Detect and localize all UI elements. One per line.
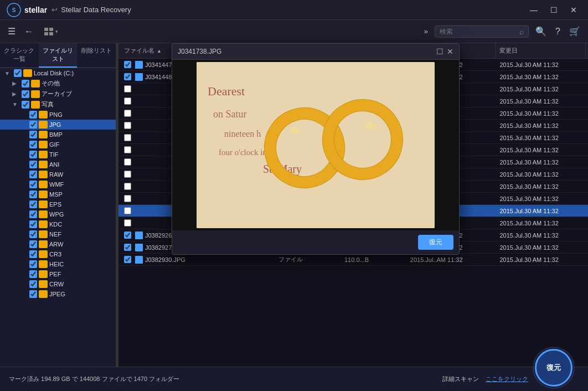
tree-checkbox-gif[interactable] <box>29 141 37 148</box>
file-cell-modified: 2015.Jul.30 AM 11:32 <box>496 183 586 190</box>
tree-checkbox-cr3[interactable] <box>29 250 37 258</box>
tree-checkbox-eps[interactable] <box>29 200 37 208</box>
tree-item-bmp[interactable]: BMP <box>0 130 116 140</box>
row-checkbox-11[interactable] <box>124 183 131 190</box>
minimize-button[interactable]: — <box>526 2 541 18</box>
tree-item-ani[interactable]: ANI <box>0 160 116 169</box>
folder-icon-photos <box>31 101 40 109</box>
tree-checkbox-local-disk[interactable] <box>14 69 22 77</box>
row-checkbox-10[interactable] <box>124 171 131 178</box>
title-bar-left: S stellar ↩ Stellar Data Recovery <box>7 3 131 17</box>
preview-rings-svg: Dearest on Satur nineteen h four o'clock… <box>197 62 435 228</box>
detail-scan-button[interactable]: 詳細スキャン <box>442 375 479 383</box>
tab-classic-view[interactable]: クラシック一覧 <box>0 43 39 68</box>
tree-checkbox-ani[interactable] <box>29 161 37 168</box>
search-input[interactable] <box>440 28 517 35</box>
tree-item-png[interactable]: PNG <box>0 110 116 120</box>
tree-item-wpg[interactable]: WPG <box>0 209 116 219</box>
row-checkbox-13[interactable] <box>124 207 131 214</box>
tree-checkbox-wpg[interactable] <box>29 210 37 218</box>
click-here-link[interactable]: ここをクリック <box>486 375 528 383</box>
view-toggle-button[interactable]: ▾ <box>40 25 63 38</box>
tab-file-list[interactable]: ファイルリスト <box>39 43 78 68</box>
tree-item-kdc[interactable]: KDC <box>0 219 116 229</box>
sidebar-tabs: クラシック一覧 ファイルリスト 削除リスト <box>0 43 116 68</box>
tree-label-gif: GIF <box>49 141 59 148</box>
tree-checkbox-heic[interactable] <box>29 260 37 268</box>
tree-item-raw[interactable]: RAW <box>0 169 116 179</box>
recover-circle-button[interactable]: 復元 <box>535 349 572 387</box>
tree-checkbox-kdc[interactable] <box>29 220 37 228</box>
tree-checkbox-msp[interactable] <box>29 191 37 198</box>
row-checkbox-16[interactable] <box>124 244 131 251</box>
tree-item-jpg[interactable]: JPG <box>0 120 116 130</box>
tree-checkbox-archive[interactable] <box>22 90 29 98</box>
table-row[interactable]: J0382930.JPGファイル110.0...B2015.Jul..AM 11… <box>118 254 588 266</box>
tree-item-nef[interactable]: NEF <box>0 229 116 239</box>
row-checkbox-1[interactable] <box>124 61 131 68</box>
row-checkbox-12[interactable] <box>124 195 131 202</box>
tree-item-tif[interactable]: TIF <box>0 150 116 160</box>
back-button[interactable]: ← <box>22 24 35 39</box>
row-checkbox-15[interactable] <box>124 231 131 239</box>
row-checkbox-6[interactable] <box>124 122 131 129</box>
tree-label-png: PNG <box>49 111 63 118</box>
tree-checkbox-sonota[interactable] <box>22 80 29 88</box>
svg-point-19 <box>365 123 376 128</box>
tree-item-eps[interactable]: EPS <box>0 199 116 209</box>
tree-label-msp: MSP <box>49 191 63 198</box>
tree-item-crw[interactable]: CRW <box>0 279 116 289</box>
tree-checkbox-png[interactable] <box>29 111 37 119</box>
tree-item-pef[interactable]: PEF <box>0 269 116 279</box>
col-header-modified[interactable]: 変更日 <box>496 43 586 58</box>
svg-rect-2 <box>44 28 48 31</box>
tree-item-msp[interactable]: MSP <box>0 189 116 199</box>
tree-checkbox-arw[interactable] <box>29 240 37 248</box>
row-checkbox-17[interactable] <box>124 256 131 263</box>
menu-button[interactable]: ☰ <box>6 24 18 39</box>
row-checkbox-7[interactable] <box>124 134 131 141</box>
tree-item-heic[interactable]: HEIC <box>0 259 116 269</box>
preview-maximize-button[interactable]: ☐ <box>436 47 443 56</box>
toolbar-more-label: » <box>424 27 428 35</box>
preview-recover-button[interactable]: 復元 <box>418 235 453 250</box>
row-checkbox-2[interactable] <box>124 73 131 80</box>
tree-checkbox-wmf[interactable] <box>29 181 37 188</box>
preview-close-button[interactable]: ✕ <box>447 47 453 56</box>
tree-item-local-disk[interactable]: ▼Local Disk (C:) <box>0 68 116 78</box>
tree-checkbox-photos[interactable] <box>22 101 29 109</box>
help-button[interactable]: ? <box>553 24 563 39</box>
tree-checkbox-raw[interactable] <box>29 171 37 178</box>
row-checkbox-3[interactable] <box>124 85 131 92</box>
cart-button[interactable]: 🛒 <box>567 24 582 39</box>
row-checkbox-14[interactable] <box>124 219 131 227</box>
tree-item-sonota[interactable]: ▶その他 <box>0 78 116 89</box>
tree-item-arw[interactable]: ARW <box>0 239 116 249</box>
tree-item-gif[interactable]: GIF <box>0 140 116 150</box>
magnify-button[interactable]: 🔍 <box>533 24 549 39</box>
row-checkbox-8[interactable] <box>124 146 131 153</box>
tree-item-wmf[interactable]: WMF <box>0 179 116 189</box>
tree-checkbox-nef[interactable] <box>29 230 37 238</box>
row-checkbox-9[interactable] <box>124 158 131 166</box>
tree-item-cr3[interactable]: CR3 <box>0 249 116 259</box>
tree-checkbox-pef[interactable] <box>29 270 37 278</box>
tree-item-archive[interactable]: ▶アーカイブ <box>0 89 116 99</box>
tree-checkbox-crw[interactable] <box>29 280 37 288</box>
close-button[interactable]: ✕ <box>566 2 581 18</box>
tree-checkbox-jpg[interactable] <box>29 121 37 128</box>
tree-checkbox-bmp[interactable] <box>29 131 37 138</box>
row-checkbox-4[interactable] <box>124 97 131 105</box>
svg-text:nineteen h: nineteen h <box>224 129 261 138</box>
maximize-button[interactable]: ☐ <box>546 2 561 18</box>
tree-item-photos[interactable]: ▼写真 <box>0 99 116 110</box>
tree-item-jpeg[interactable]: JPEG <box>0 289 116 299</box>
folder-icon-msp <box>39 191 48 198</box>
tree-checkbox-tif[interactable] <box>29 151 37 158</box>
tree-checkbox-jpeg[interactable] <box>29 290 37 298</box>
folder-icon-ani <box>39 161 48 168</box>
row-checkbox-5[interactable] <box>124 110 131 117</box>
tab-deleted-list[interactable]: 削除リスト <box>77 43 116 68</box>
file-icon <box>135 231 143 239</box>
preview-title-bar: J0341738.JPG ☐ ✕ <box>172 44 459 60</box>
